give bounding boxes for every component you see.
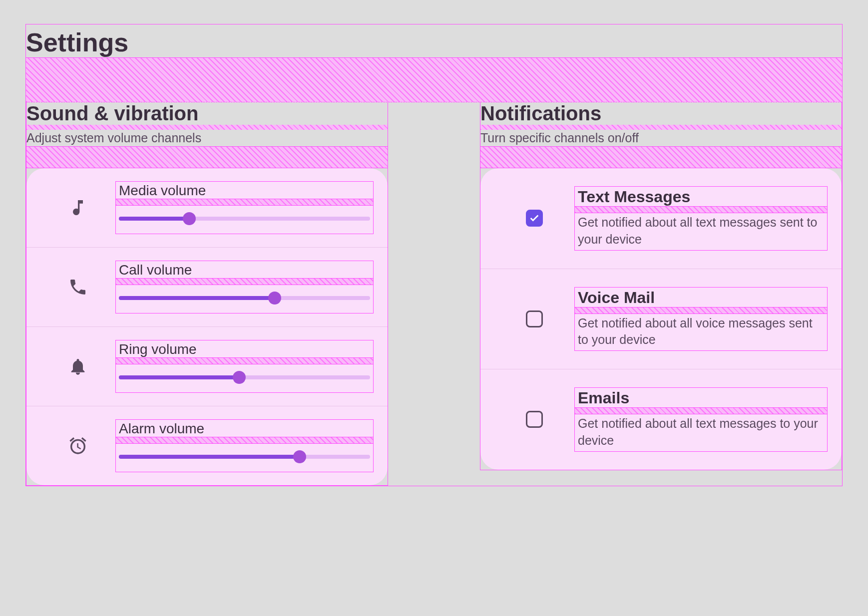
- page-title: Settings: [26, 24, 842, 57]
- alarm-volume-label: Alarm volume: [119, 421, 370, 437]
- ring-volume-row: Ring volume: [26, 327, 388, 406]
- voice-mail-checkbox[interactable]: [526, 310, 543, 327]
- ring-volume-slider[interactable]: [119, 371, 370, 383]
- alarm-volume-row: Alarm volume: [26, 406, 388, 485]
- layout-spacer: [116, 437, 373, 444]
- alarm-volume-slider[interactable]: [119, 451, 370, 463]
- sound-section-title: Sound & vibration: [26, 102, 388, 125]
- voice-mail-title: Voice Mail: [575, 288, 827, 307]
- layout-spacer: [116, 357, 373, 364]
- settings-page: Settings Sound & vibration Adjust system…: [25, 24, 843, 486]
- layout-spacer: [116, 278, 373, 285]
- emails-title: Emails: [575, 388, 827, 407]
- layout-spacer: [575, 307, 827, 314]
- notifications-section-subtitle: Turn specific channels on/off: [480, 130, 842, 146]
- layout-spacer: [26, 57, 842, 102]
- layout-spacer: [116, 199, 373, 206]
- emails-row: Emails Get notified about all text messa…: [480, 369, 842, 470]
- text-messages-title: Text Messages: [575, 187, 827, 206]
- notifications-section: Notifications Turn specific channels on/…: [480, 102, 842, 470]
- bell-icon: [40, 356, 115, 376]
- text-messages-checkbox[interactable]: [526, 210, 543, 227]
- emails-desc: Get notified about all text messages to …: [575, 414, 827, 451]
- media-volume-slider[interactable]: [119, 213, 370, 225]
- alarm-clock-icon: [40, 436, 115, 456]
- layout-spacer: [575, 206, 827, 213]
- layout-spacer: [26, 146, 388, 168]
- layout-spacer: [575, 407, 827, 414]
- call-volume-row: Call volume: [26, 248, 388, 327]
- call-volume-slider[interactable]: [119, 292, 370, 304]
- text-messages-desc: Get notified about all text messages sen…: [575, 213, 827, 250]
- layout-spacer: [480, 146, 842, 168]
- sound-section-subtitle: Adjust system volume channels: [26, 130, 388, 146]
- music-note-icon: [40, 198, 115, 218]
- sound-section: Sound & vibration Adjust system volume c…: [26, 102, 388, 486]
- sound-card: Media volume: [26, 168, 388, 485]
- phone-icon: [40, 277, 115, 297]
- text-messages-row: Text Messages Get notified about all tex…: [480, 168, 842, 269]
- voice-mail-row: Voice Mail Get notified about all voice …: [480, 269, 842, 370]
- ring-volume-label: Ring volume: [119, 341, 370, 357]
- layout-spacer: [26, 125, 388, 130]
- emails-checkbox[interactable]: [526, 411, 543, 428]
- layout-spacer: [480, 125, 842, 130]
- media-volume-label: Media volume: [119, 183, 370, 199]
- media-volume-row: Media volume: [26, 168, 388, 248]
- notifications-card: Text Messages Get notified about all tex…: [480, 168, 842, 470]
- voice-mail-desc: Get notified about all voice messages se…: [575, 314, 827, 351]
- call-volume-label: Call volume: [119, 262, 370, 278]
- notifications-section-title: Notifications: [480, 102, 842, 125]
